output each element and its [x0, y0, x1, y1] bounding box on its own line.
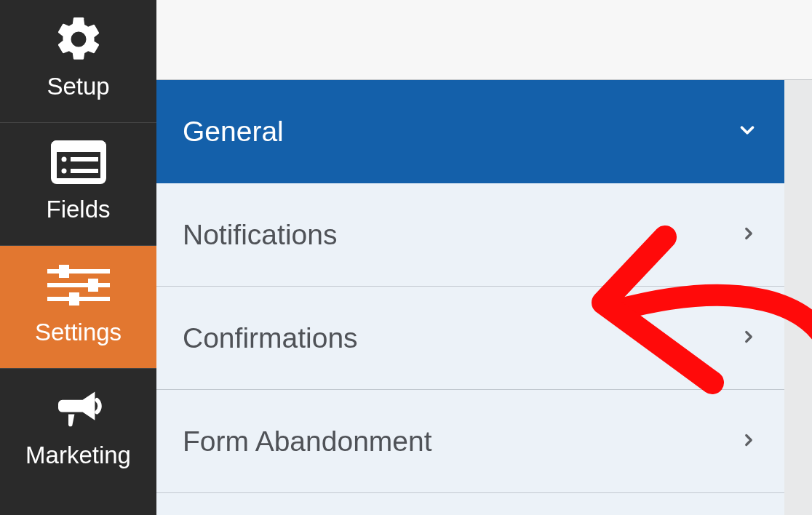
bullhorn-icon: [52, 388, 105, 428]
chevron-right-icon: [739, 431, 758, 452]
chevron-right-icon: [739, 224, 758, 246]
panel-item-general[interactable]: General: [156, 80, 784, 183]
list-icon: [51, 142, 106, 183]
settings-panel: General Notifications Confirmations: [156, 80, 784, 515]
sidebar-item-label: Marketing: [25, 442, 131, 469]
panel-item-notifications[interactable]: Notifications: [156, 183, 784, 287]
right-gutter: [784, 80, 812, 515]
sidebar-item-label: Settings: [35, 319, 122, 346]
panel-item-form-abandonment[interactable]: Form Abandonment: [156, 390, 784, 493]
panel-item-label: Notifications: [183, 219, 337, 251]
chevron-down-icon: [736, 119, 758, 144]
svg-point-5: [61, 169, 66, 174]
panel-item-label: Confirmations: [183, 322, 358, 354]
svg-rect-12: [69, 292, 79, 306]
sidebar-item-label: Fields: [46, 196, 110, 223]
main-content: General Notifications Confirmations: [156, 0, 812, 515]
svg-rect-7: [47, 269, 110, 274]
svg-rect-6: [71, 169, 98, 173]
sidebar-item-setup[interactable]: Setup: [0, 0, 156, 122]
svg-rect-9: [47, 283, 110, 287]
sidebar-item-marketing[interactable]: Marketing: [0, 368, 156, 491]
svg-rect-1: [51, 140, 106, 152]
svg-point-3: [61, 157, 66, 162]
panel-item-confirmations[interactable]: Confirmations: [156, 287, 784, 390]
chevron-right-icon: [739, 327, 758, 349]
sidebar-item-fields[interactable]: Fields: [0, 122, 156, 245]
topbar: [156, 0, 812, 80]
svg-rect-2: [57, 152, 100, 178]
sidebar-item-label: Setup: [47, 73, 109, 100]
svg-rect-8: [59, 265, 69, 278]
sidebar: Setup Fields: [0, 0, 156, 515]
panel-item-label: General: [183, 116, 284, 148]
sliders-icon: [47, 265, 110, 306]
sidebar-item-settings[interactable]: Settings: [0, 245, 156, 368]
panel-item-label: Form Abandonment: [183, 426, 432, 458]
svg-rect-4: [71, 157, 98, 161]
gear-icon: [52, 19, 105, 60]
svg-rect-10: [88, 279, 98, 292]
